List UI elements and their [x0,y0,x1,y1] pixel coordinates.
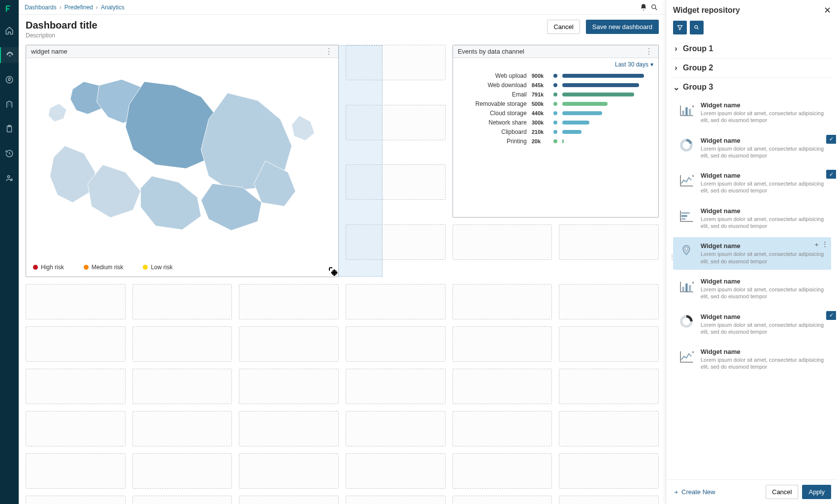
bell-icon[interactable] [638,2,649,13]
empty-slot[interactable] [346,224,446,260]
group-header[interactable]: ›Group 2 [673,58,831,77]
empty-slot[interactable] [452,224,552,260]
drag-handle-icon[interactable]: ⋮ [669,253,675,260]
page-title: Dashboard title [26,20,541,31]
search-button[interactable] [690,21,704,34]
empty-slot[interactable] [559,326,659,362]
empty-slot[interactable] [559,411,659,446]
empty-slot[interactable] [559,453,659,489]
widget-type-icon [678,242,695,259]
empty-slot[interactable] [452,326,552,362]
empty-slot[interactable] [452,496,552,504]
panel-apply-button[interactable]: Apply [802,485,831,499]
widget-title: Events by data channel [458,48,524,55]
empty-slot[interactable] [26,326,126,362]
events-widget[interactable]: Events by data channel⋮ Last 30 days▾ We… [452,45,659,218]
empty-slot[interactable] [239,326,339,362]
nav-explore[interactable] [0,72,19,88]
repo-widget-item[interactable]: Widget name Lorem ipsum dolor sit amet, … [673,308,831,341]
svg-rect-9 [685,107,687,116]
crumb-1[interactable]: Predefined [64,4,93,11]
repo-widget-item[interactable]: Widget name Lorem ipsum dolor sit amet, … [673,273,831,305]
empty-slot[interactable] [346,369,446,404]
empty-slot[interactable] [452,453,552,489]
close-icon[interactable]: ✕ [824,5,831,16]
empty-slot[interactable] [26,369,126,404]
empty-slot[interactable] [132,326,232,362]
empty-slot[interactable] [346,105,446,140]
page-description: Description [26,32,541,39]
nav-building[interactable] [0,96,19,112]
empty-slot[interactable] [346,411,446,446]
panel-cancel-button[interactable]: Cancel [766,485,798,499]
widget-menu-icon[interactable]: ⋮ [325,47,333,56]
repo-item-name: Widget name [701,172,826,179]
add-icon[interactable]: ＋ [813,240,820,249]
empty-slot[interactable] [452,411,552,446]
empty-slot[interactable] [346,326,446,362]
empty-slot[interactable] [239,411,339,446]
group-header[interactable]: ⌄Group 3 [673,77,831,96]
empty-slot[interactable] [559,496,659,504]
world-map[interactable] [31,62,333,260]
repo-item-name: Widget name [701,207,826,215]
repo-widget-item[interactable]: Widget name Lorem ipsum dolor sit amet, … [673,343,831,376]
top-toolbar: Dashboards › Predefined › Analytics [19,0,666,15]
breadcrumb[interactable]: Dashboards › Predefined › Analytics [25,4,125,11]
empty-slot[interactable] [26,284,126,319]
crumb-2[interactable]: Analytics [101,4,125,11]
group-header[interactable]: ›Group 1 [673,39,831,58]
empty-slot[interactable] [346,164,446,200]
search-icon[interactable] [649,2,660,13]
cancel-button[interactable]: Cancel [547,20,580,34]
empty-slot[interactable] [452,369,552,404]
empty-slot[interactable] [346,284,446,319]
nav-dashboard[interactable] [0,47,19,63]
empty-slot[interactable] [132,496,232,504]
repo-widget-item[interactable]: Widget name Lorem ipsum dolor sit amet, … [673,167,831,199]
repo-widget-item[interactable]: Widget name Lorem ipsum dolor sit amet, … [673,202,831,235]
empty-slot[interactable] [132,453,232,489]
map-widget[interactable]: widget name⋮ [26,45,339,277]
empty-slot[interactable] [26,411,126,446]
svg-rect-10 [689,109,691,116]
svg-rect-12 [681,212,690,214]
repo-item-name: Widget name [701,242,826,250]
empty-slot[interactable] [132,284,232,319]
resize-handle[interactable] [326,265,342,281]
nav-history[interactable] [0,146,19,161]
repo-widget-item[interactable]: Widget name Lorem ipsum dolor sit amet, … [673,132,831,164]
repo-widget-item[interactable]: Widget name Lorem ipsum dolor sit amet, … [673,96,831,129]
repo-widget-item[interactable]: ⋮ Widget name Lorem ipsum dolor sit amet… [673,237,831,270]
nav-user-settings[interactable] [0,170,19,186]
nav-home[interactable] [0,23,19,38]
empty-slot[interactable] [26,496,126,504]
empty-slot[interactable] [239,453,339,489]
svg-rect-16 [682,287,684,292]
repo-item-name: Widget name [701,313,826,320]
empty-slot[interactable] [559,224,659,260]
empty-slot[interactable] [239,496,339,504]
filter-button[interactable] [673,21,687,34]
crumb-0[interactable]: Dashboards [25,4,57,11]
empty-slot[interactable] [239,369,339,404]
empty-slot[interactable] [132,369,232,404]
empty-slot[interactable] [559,284,659,319]
empty-slot[interactable] [559,369,659,404]
date-range-dropdown[interactable]: Last 30 days▾ [458,61,653,71]
empty-slot[interactable] [346,496,446,504]
widget-menu-icon[interactable]: ⋮ [645,47,653,56]
empty-slot[interactable] [239,284,339,319]
legend-item: Medium risk [84,264,124,271]
empty-slot[interactable] [346,453,446,489]
empty-slot[interactable] [26,453,126,489]
more-icon[interactable]: ⋮ [822,240,828,249]
empty-slot[interactable] [346,45,446,80]
empty-slot[interactable] [452,284,552,319]
logo-icon [4,4,14,14]
dashboard-canvas[interactable]: widget name⋮ [19,45,666,504]
save-dashboard-button[interactable]: Save new dashboard [586,20,659,34]
nav-clipboard[interactable] [0,121,19,137]
empty-slot[interactable] [132,411,232,446]
create-new-link[interactable]: ＋Create New [673,488,715,497]
